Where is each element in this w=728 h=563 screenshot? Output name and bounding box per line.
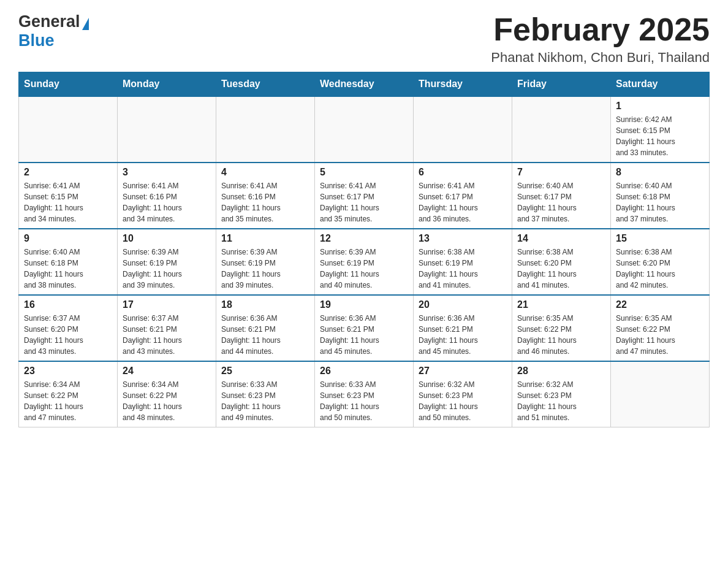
day-info: Sunrise: 6:34 AM Sunset: 6:22 PM Dayligh… (123, 379, 211, 423)
day-number: 14 (517, 233, 605, 244)
calendar-header-saturday: Saturday (611, 72, 710, 97)
calendar-day-cell: 27Sunrise: 6:32 AM Sunset: 6:23 PM Dayli… (414, 361, 512, 427)
day-info: Sunrise: 6:37 AM Sunset: 6:21 PM Dayligh… (123, 313, 211, 357)
calendar-header-thursday: Thursday (414, 72, 512, 97)
calendar-day-cell: 5Sunrise: 6:41 AM Sunset: 6:17 PM Daylig… (315, 163, 414, 229)
calendar-day-cell (216, 96, 315, 163)
calendar-day-cell: 8Sunrise: 6:40 AM Sunset: 6:18 PM Daylig… (611, 163, 710, 229)
logo: General Blue (18, 12, 89, 50)
day-info: Sunrise: 6:40 AM Sunset: 6:18 PM Dayligh… (24, 247, 112, 291)
calendar-day-cell: 13Sunrise: 6:38 AM Sunset: 6:19 PM Dayli… (414, 229, 512, 295)
calendar-day-cell: 21Sunrise: 6:35 AM Sunset: 6:22 PM Dayli… (512, 295, 611, 361)
calendar-day-cell: 9Sunrise: 6:40 AM Sunset: 6:18 PM Daylig… (19, 229, 118, 295)
calendar-day-cell: 28Sunrise: 6:32 AM Sunset: 6:23 PM Dayli… (512, 361, 611, 427)
day-number: 1 (616, 101, 704, 112)
day-info: Sunrise: 6:32 AM Sunset: 6:23 PM Dayligh… (419, 379, 507, 423)
day-info: Sunrise: 6:33 AM Sunset: 6:23 PM Dayligh… (221, 379, 309, 423)
day-info: Sunrise: 6:36 AM Sunset: 6:21 PM Dayligh… (221, 313, 309, 357)
day-number: 11 (221, 233, 309, 244)
calendar-day-cell: 6Sunrise: 6:41 AM Sunset: 6:17 PM Daylig… (414, 163, 512, 229)
day-info: Sunrise: 6:38 AM Sunset: 6:20 PM Dayligh… (616, 247, 704, 291)
day-number: 27 (419, 366, 507, 377)
day-info: Sunrise: 6:36 AM Sunset: 6:21 PM Dayligh… (419, 313, 507, 357)
page-title: February 2025 (491, 12, 710, 47)
day-number: 9 (24, 233, 112, 244)
day-info: Sunrise: 6:39 AM Sunset: 6:19 PM Dayligh… (320, 247, 408, 291)
title-section: February 2025 Phanat Nikhom, Chon Buri, … (491, 12, 710, 66)
day-number: 8 (616, 167, 704, 178)
day-info: Sunrise: 6:42 AM Sunset: 6:15 PM Dayligh… (616, 114, 704, 158)
day-info: Sunrise: 6:34 AM Sunset: 6:22 PM Dayligh… (24, 379, 112, 423)
day-number: 4 (221, 167, 309, 178)
calendar-day-cell: 25Sunrise: 6:33 AM Sunset: 6:23 PM Dayli… (216, 361, 315, 427)
calendar-week-row: 23Sunrise: 6:34 AM Sunset: 6:22 PM Dayli… (19, 361, 710, 427)
day-number: 10 (123, 233, 211, 244)
day-info: Sunrise: 6:38 AM Sunset: 6:19 PM Dayligh… (419, 247, 507, 291)
day-info: Sunrise: 6:41 AM Sunset: 6:16 PM Dayligh… (221, 180, 309, 224)
day-number: 19 (320, 299, 408, 310)
calendar-day-cell (611, 361, 710, 427)
calendar-day-cell: 18Sunrise: 6:36 AM Sunset: 6:21 PM Dayli… (216, 295, 315, 361)
calendar-header-tuesday: Tuesday (216, 72, 315, 97)
day-number: 17 (123, 299, 211, 310)
day-info: Sunrise: 6:41 AM Sunset: 6:17 PM Dayligh… (320, 180, 408, 224)
calendar-week-row: 9Sunrise: 6:40 AM Sunset: 6:18 PM Daylig… (19, 229, 710, 295)
day-info: Sunrise: 6:33 AM Sunset: 6:23 PM Dayligh… (320, 379, 408, 423)
day-info: Sunrise: 6:38 AM Sunset: 6:20 PM Dayligh… (517, 247, 605, 291)
logo-triangle-icon (82, 18, 89, 30)
calendar-day-cell (512, 96, 611, 163)
day-number: 28 (517, 366, 605, 377)
page-subtitle: Phanat Nikhom, Chon Buri, Thailand (491, 50, 710, 66)
calendar-day-cell: 22Sunrise: 6:35 AM Sunset: 6:22 PM Dayli… (611, 295, 710, 361)
day-number: 22 (616, 299, 704, 310)
day-number: 6 (419, 167, 507, 178)
calendar-table: SundayMondayTuesdayWednesdayThursdayFrid… (18, 72, 710, 427)
calendar-day-cell (19, 96, 118, 163)
day-number: 24 (123, 366, 211, 377)
day-number: 25 (221, 366, 309, 377)
calendar-day-cell: 14Sunrise: 6:38 AM Sunset: 6:20 PM Dayli… (512, 229, 611, 295)
day-number: 13 (419, 233, 507, 244)
calendar-day-cell (414, 96, 512, 163)
calendar-day-cell: 19Sunrise: 6:36 AM Sunset: 6:21 PM Dayli… (315, 295, 414, 361)
calendar-day-cell (118, 96, 216, 163)
calendar-day-cell: 20Sunrise: 6:36 AM Sunset: 6:21 PM Dayli… (414, 295, 512, 361)
day-info: Sunrise: 6:39 AM Sunset: 6:19 PM Dayligh… (221, 247, 309, 291)
day-number: 23 (24, 366, 112, 377)
calendar-header-friday: Friday (512, 72, 611, 97)
calendar-week-row: 1Sunrise: 6:42 AM Sunset: 6:15 PM Daylig… (19, 96, 710, 163)
day-info: Sunrise: 6:36 AM Sunset: 6:21 PM Dayligh… (320, 313, 408, 357)
calendar-day-cell: 23Sunrise: 6:34 AM Sunset: 6:22 PM Dayli… (19, 361, 118, 427)
page-header: General Blue February 2025 Phanat Nikhom… (18, 12, 710, 66)
day-number: 20 (419, 299, 507, 310)
calendar-day-cell: 17Sunrise: 6:37 AM Sunset: 6:21 PM Dayli… (118, 295, 216, 361)
calendar-header-sunday: Sunday (19, 72, 118, 97)
calendar-day-cell: 1Sunrise: 6:42 AM Sunset: 6:15 PM Daylig… (611, 96, 710, 163)
day-info: Sunrise: 6:40 AM Sunset: 6:18 PM Dayligh… (616, 180, 704, 224)
day-number: 12 (320, 233, 408, 244)
calendar-day-cell: 7Sunrise: 6:40 AM Sunset: 6:17 PM Daylig… (512, 163, 611, 229)
calendar-week-row: 2Sunrise: 6:41 AM Sunset: 6:15 PM Daylig… (19, 163, 710, 229)
logo-general-text: General (18, 12, 80, 31)
calendar-day-cell: 3Sunrise: 6:41 AM Sunset: 6:16 PM Daylig… (118, 163, 216, 229)
calendar-day-cell: 26Sunrise: 6:33 AM Sunset: 6:23 PM Dayli… (315, 361, 414, 427)
calendar-day-cell (315, 96, 414, 163)
day-info: Sunrise: 6:39 AM Sunset: 6:19 PM Dayligh… (123, 247, 211, 291)
calendar-day-cell: 10Sunrise: 6:39 AM Sunset: 6:19 PM Dayli… (118, 229, 216, 295)
calendar-header-row: SundayMondayTuesdayWednesdayThursdayFrid… (19, 72, 710, 97)
day-info: Sunrise: 6:35 AM Sunset: 6:22 PM Dayligh… (517, 313, 605, 357)
day-number: 7 (517, 167, 605, 178)
calendar-header-monday: Monday (118, 72, 216, 97)
calendar-day-cell: 4Sunrise: 6:41 AM Sunset: 6:16 PM Daylig… (216, 163, 315, 229)
logo-blue-text: Blue (18, 31, 55, 50)
day-number: 26 (320, 366, 408, 377)
calendar-day-cell: 24Sunrise: 6:34 AM Sunset: 6:22 PM Dayli… (118, 361, 216, 427)
day-info: Sunrise: 6:40 AM Sunset: 6:17 PM Dayligh… (517, 180, 605, 224)
calendar-day-cell: 16Sunrise: 6:37 AM Sunset: 6:20 PM Dayli… (19, 295, 118, 361)
calendar-day-cell: 2Sunrise: 6:41 AM Sunset: 6:15 PM Daylig… (19, 163, 118, 229)
day-number: 18 (221, 299, 309, 310)
calendar-day-cell: 11Sunrise: 6:39 AM Sunset: 6:19 PM Dayli… (216, 229, 315, 295)
calendar-week-row: 16Sunrise: 6:37 AM Sunset: 6:20 PM Dayli… (19, 295, 710, 361)
day-info: Sunrise: 6:41 AM Sunset: 6:17 PM Dayligh… (419, 180, 507, 224)
day-number: 5 (320, 167, 408, 178)
